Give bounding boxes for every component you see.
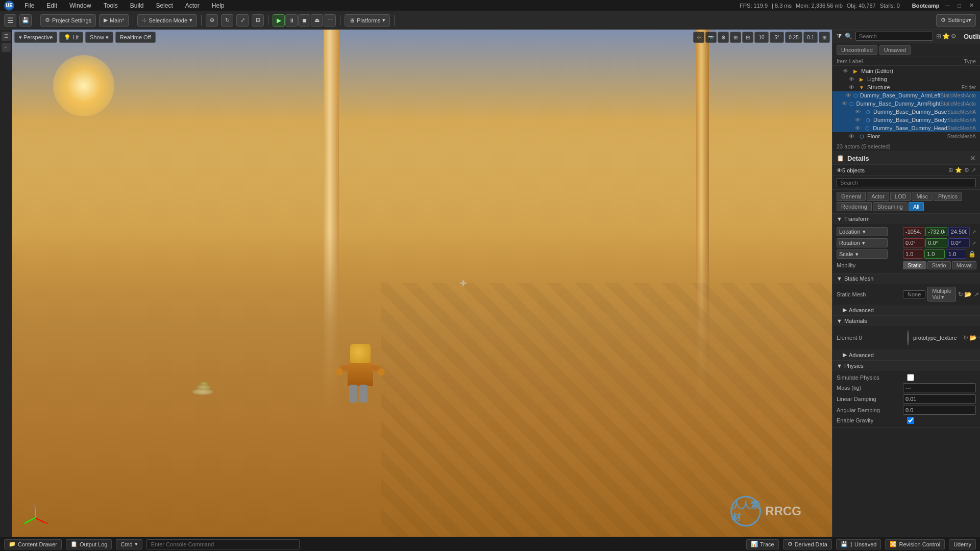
simulate-physics-checkbox[interactable] — [907, 374, 914, 381]
location-z-input[interactable] — [948, 227, 970, 236]
materials-section-header[interactable]: ▼ Materials — [832, 316, 980, 326]
more-options-button[interactable]: ⋯ — [324, 14, 336, 27]
static-mesh-refresh-icon[interactable]: ↻ — [958, 291, 963, 298]
menu-select[interactable]: Select — [154, 1, 175, 10]
sidebar-place-icon[interactable]: + — [2, 43, 11, 52]
advanced-sub-header[interactable]: ▶ Advanced — [832, 305, 980, 315]
details-tab-lod[interactable]: LOD — [890, 192, 911, 201]
static-mesh-section-header[interactable]: ▼ Static Mesh — [832, 273, 980, 284]
rotate-tool[interactable]: ↻ — [221, 14, 233, 27]
vp-snap1-icon-btn[interactable]: 0.25 — [785, 32, 802, 43]
outliner-search-input[interactable] — [855, 32, 933, 41]
menu-edit[interactable]: Edit — [44, 1, 59, 10]
tree-item-armleft[interactable]: 👁 ⬡ Dummy_Base_Dummy_ArmLeft StaticMeshA… — [832, 91, 980, 99]
menu-help[interactable]: Help — [210, 1, 227, 10]
tree-item-floor[interactable]: 👁 ⬡ Floor StaticMeshA — [832, 132, 980, 140]
eye-body-icon[interactable]: 👁 — [855, 117, 862, 123]
save-button[interactable]: 💾 — [19, 14, 32, 27]
main-button[interactable]: ▶ Main* — [99, 14, 129, 27]
output-log-button[interactable]: 📋 Output Log — [66, 539, 112, 549]
platforms-button[interactable]: 🖥 Platforms ▾ — [345, 14, 390, 27]
details-tab-rendering[interactable]: Rendering — [837, 202, 872, 211]
location-y-input[interactable] — [925, 227, 947, 236]
details-tab-physics[interactable]: Physics — [934, 192, 962, 201]
scale-lock-icon[interactable]: 🔒 — [968, 251, 976, 258]
eye-main-icon[interactable]: 👁 — [843, 68, 850, 74]
tree-item-structure[interactable]: 👁 ▼ Structure Folder — [832, 83, 980, 91]
physics-section-header[interactable]: ▼ Physics — [832, 361, 980, 371]
tree-item-armright[interactable]: 👁 ⬡ Dummy_Base_Dummy_ArmRight StaticMesh… — [832, 99, 980, 108]
vp-angle-icon-btn[interactable]: 5° — [770, 32, 784, 43]
transform-tool[interactable]: ⊞ — [252, 14, 264, 27]
project-settings-button[interactable]: ⚙ Project Settings — [40, 14, 96, 27]
trace-button[interactable]: 📊 Trace — [746, 539, 779, 549]
viewport[interactable]: ▾ Perspective 💡 Lit Show ▾ Realtime Off … — [12, 30, 832, 537]
details-tab-general[interactable]: General — [837, 192, 866, 201]
outliner-action-icon-3[interactable]: ⚙ — [951, 33, 957, 40]
viewport-show-btn[interactable]: Show ▾ — [85, 32, 113, 43]
window-maximize[interactable]: □ — [955, 3, 963, 9]
translate-tool[interactable]: ⊕ — [206, 14, 218, 27]
material-refresh-icon[interactable]: ↻ — [963, 334, 968, 341]
material-more-icon[interactable]: ⋯ — [978, 334, 980, 341]
rotation-x-input[interactable] — [903, 238, 924, 247]
vp-grid2-icon-btn[interactable]: ⊟ — [742, 32, 753, 43]
static-mesh-multi-val[interactable]: Multiple Val ▾ — [927, 287, 956, 302]
angular-damping-input[interactable] — [903, 406, 976, 415]
details-star-icon[interactable]: ⭐ — [955, 167, 962, 173]
details-grid-icon[interactable]: ⊞ — [948, 167, 953, 173]
play-button[interactable]: ▶ — [273, 14, 285, 27]
viewport-realtime-btn[interactable]: Realtime Off — [115, 32, 156, 43]
settings-button[interactable]: ⚙ Settings▾ — [936, 14, 976, 27]
vp-settings-icon-btn[interactable]: ⚙ — [718, 32, 729, 43]
rotation-expand-icon[interactable]: ↗ — [972, 240, 976, 246]
details-close-button[interactable]: ✕ — [970, 154, 976, 162]
eye-base-icon[interactable]: 👁 — [855, 109, 862, 115]
details-eye-icon[interactable]: 👁 — [837, 167, 842, 173]
menu-build[interactable]: Build — [128, 1, 146, 10]
location-dropdown[interactable]: Location ▾ — [837, 227, 888, 236]
tree-item-main[interactable]: 👁 ▶ Main (Editor) — [832, 67, 980, 75]
rotation-y-input[interactable] — [925, 238, 947, 247]
location-expand-icon[interactable]: ↗ — [972, 229, 976, 235]
menu-file[interactable]: File — [22, 1, 36, 10]
window-close[interactable]: ✕ — [967, 2, 976, 9]
menu-actor[interactable]: Actor — [183, 1, 202, 10]
scale-y-input[interactable] — [924, 249, 945, 259]
tree-item-body[interactable]: 👁 ⬡ Dummy_Base_Dummy_Body StaticMeshA — [832, 116, 980, 124]
menu-window[interactable]: Window — [67, 1, 93, 10]
rotation-z-input[interactable] — [948, 238, 970, 247]
sidebar-toggle-icon[interactable]: ☰ — [2, 32, 11, 41]
material-thumbnail[interactable] — [907, 330, 909, 345]
stop-button[interactable]: ⏹ — [298, 14, 310, 27]
vp-snap2-icon-btn[interactable]: 0.1 — [803, 32, 818, 43]
eye-armleft-icon[interactable]: 👁 — [846, 92, 851, 98]
tree-item-base[interactable]: 👁 ⬡ Dummy_Base_Dummy_Base StaticMeshA — [832, 108, 980, 116]
static-mesh-expand-icon[interactable]: ↗ — [974, 291, 979, 298]
details-tab-all[interactable]: All — [909, 202, 924, 211]
details-expand-icon[interactable]: ↗ — [971, 167, 976, 173]
eye-lighting-icon[interactable]: 👁 — [849, 76, 856, 82]
eject-button[interactable]: ⏏ — [311, 14, 323, 27]
tree-item-lighting[interactable]: 👁 ▶ Lighting — [832, 75, 980, 83]
details-tab-misc[interactable]: Misc — [912, 192, 933, 201]
mobility-static-btn[interactable]: Static — [903, 261, 926, 269]
hamburger-menu[interactable]: ☰ — [4, 14, 16, 27]
scale-dropdown[interactable]: Scale ▾ — [837, 249, 888, 259]
eye-floor-icon[interactable]: 👁 — [849, 133, 856, 139]
eye-structure-icon[interactable]: 👁 — [849, 84, 856, 90]
mobility-movable-btn[interactable]: Movat — [952, 261, 976, 269]
udemy-button[interactable]: Udemy — [949, 539, 976, 549]
mass-input[interactable] — [903, 383, 976, 392]
enable-gravity-checkbox[interactable] — [907, 417, 914, 424]
unsaved-button[interactable]: 💾 1 Unsaved — [836, 539, 881, 549]
scale-x-input[interactable] — [903, 249, 923, 259]
details-search-input[interactable] — [837, 178, 976, 187]
vp-grid-icon-btn[interactable]: ⊞ — [730, 32, 741, 43]
cmd-button[interactable]: Cmd ▾ — [116, 539, 142, 549]
revision-control-button[interactable]: 🔀 Revision Control — [885, 539, 945, 549]
eye-head-icon[interactable]: 👁 — [855, 125, 862, 131]
materials-advanced-header[interactable]: ▶ Advanced — [832, 349, 980, 360]
vp-num-icon-btn[interactable]: 10 — [754, 32, 769, 43]
menu-tools[interactable]: Tools — [102, 1, 120, 10]
